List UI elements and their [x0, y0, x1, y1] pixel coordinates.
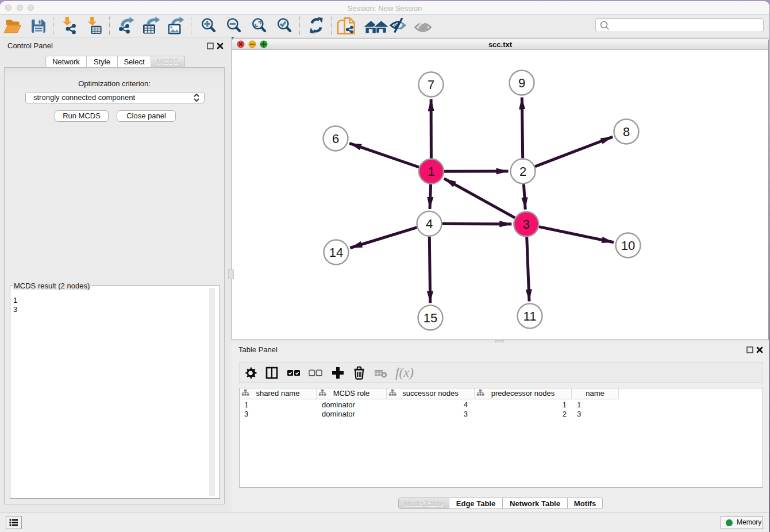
svg-text:1: 1: [428, 164, 434, 179]
svg-text:7: 7: [428, 78, 434, 92]
svg-text:11: 11: [523, 309, 537, 323]
svg-text:f(x): f(x): [395, 365, 414, 380]
svg-text:15: 15: [424, 311, 437, 325]
svg-text:4: 4: [426, 217, 433, 231]
svg-text:14: 14: [329, 245, 343, 260]
svg-text:2: 2: [519, 164, 526, 179]
svg-text:9: 9: [518, 76, 525, 90]
svg-text:6: 6: [332, 132, 339, 146]
svg-text:3: 3: [523, 217, 530, 232]
svg-text:8: 8: [623, 125, 630, 139]
svg-text:10: 10: [621, 238, 635, 253]
